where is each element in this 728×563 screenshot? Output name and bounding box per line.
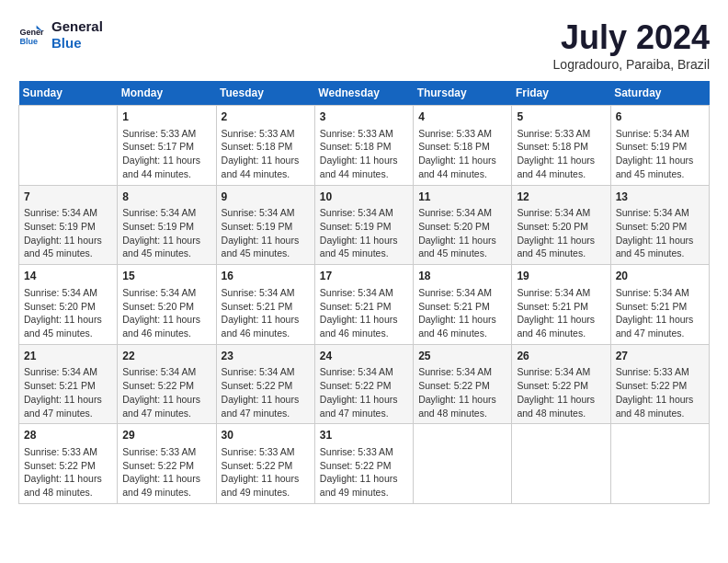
day-info: Sunrise: 5:34 AM Sunset: 5:21 PM Dayligh… xyxy=(320,286,408,340)
day-info: Sunrise: 5:33 AM Sunset: 5:22 PM Dayligh… xyxy=(616,365,704,419)
day-number: 9 xyxy=(222,190,310,205)
day-number: 29 xyxy=(122,428,210,443)
logo-line1: General xyxy=(51,18,103,35)
day-number: 7 xyxy=(24,190,112,205)
calendar-cell: 22Sunrise: 5:34 AM Sunset: 5:22 PM Dayli… xyxy=(118,344,216,424)
day-info: Sunrise: 5:34 AM Sunset: 5:19 PM Dayligh… xyxy=(24,206,112,260)
calendar-cell: 29Sunrise: 5:33 AM Sunset: 5:22 PM Dayli… xyxy=(118,424,216,504)
calendar-cell: 20Sunrise: 5:34 AM Sunset: 5:21 PM Dayli… xyxy=(610,265,709,345)
calendar-cell: 28Sunrise: 5:33 AM Sunset: 5:22 PM Dayli… xyxy=(19,424,118,504)
day-number: 27 xyxy=(616,349,704,364)
calendar-cell: 31Sunrise: 5:33 AM Sunset: 5:22 PM Dayli… xyxy=(314,424,413,504)
day-number: 6 xyxy=(616,109,704,125)
day-number: 11 xyxy=(418,190,506,205)
page-header: General Blue General Blue July 2024 Logr… xyxy=(18,18,710,72)
day-number: 2 xyxy=(222,109,310,125)
day-number: 5 xyxy=(517,109,605,125)
day-number: 30 xyxy=(222,428,310,443)
calendar-cell: 17Sunrise: 5:34 AM Sunset: 5:21 PM Dayli… xyxy=(314,265,413,345)
day-number: 24 xyxy=(320,349,408,364)
logo-icon: General Blue xyxy=(18,22,44,48)
calendar-cell: 15Sunrise: 5:34 AM Sunset: 5:20 PM Dayli… xyxy=(118,265,216,345)
day-info: Sunrise: 5:34 AM Sunset: 5:19 PM Dayligh… xyxy=(616,127,704,181)
header-thursday: Thursday xyxy=(414,81,512,106)
calendar-cell: 4Sunrise: 5:33 AM Sunset: 5:18 PM Daylig… xyxy=(414,106,512,186)
week-row-1: 1Sunrise: 5:33 AM Sunset: 5:17 PM Daylig… xyxy=(19,106,710,186)
logo: General Blue General Blue xyxy=(18,18,103,52)
day-number: 28 xyxy=(24,428,112,443)
calendar-cell xyxy=(512,424,610,504)
calendar-cell: 16Sunrise: 5:34 AM Sunset: 5:21 PM Dayli… xyxy=(216,265,314,345)
day-info: Sunrise: 5:34 AM Sunset: 5:22 PM Dayligh… xyxy=(320,365,408,419)
day-number: 12 xyxy=(517,190,605,205)
day-info: Sunrise: 5:34 AM Sunset: 5:19 PM Dayligh… xyxy=(222,206,310,260)
calendar-cell: 12Sunrise: 5:34 AM Sunset: 5:20 PM Dayli… xyxy=(512,185,610,265)
day-info: Sunrise: 5:34 AM Sunset: 5:20 PM Dayligh… xyxy=(418,206,506,260)
calendar-cell: 23Sunrise: 5:34 AM Sunset: 5:22 PM Dayli… xyxy=(216,344,314,424)
header-wednesday: Wednesday xyxy=(314,81,413,106)
calendar-cell: 10Sunrise: 5:34 AM Sunset: 5:19 PM Dayli… xyxy=(314,185,413,265)
calendar-header-row: SundayMondayTuesdayWednesdayThursdayFrid… xyxy=(19,81,710,106)
day-info: Sunrise: 5:33 AM Sunset: 5:18 PM Dayligh… xyxy=(517,127,605,181)
svg-text:General: General xyxy=(19,28,44,37)
calendar-cell: 8Sunrise: 5:34 AM Sunset: 5:19 PM Daylig… xyxy=(118,185,216,265)
day-info: Sunrise: 5:33 AM Sunset: 5:18 PM Dayligh… xyxy=(418,127,506,181)
header-friday: Friday xyxy=(512,81,610,106)
day-info: Sunrise: 5:33 AM Sunset: 5:22 PM Dayligh… xyxy=(222,445,310,500)
day-number: 26 xyxy=(517,349,605,364)
calendar-cell: 26Sunrise: 5:34 AM Sunset: 5:22 PM Dayli… xyxy=(512,344,610,424)
day-number: 19 xyxy=(517,269,605,284)
calendar-cell: 6Sunrise: 5:34 AM Sunset: 5:19 PM Daylig… xyxy=(610,106,709,186)
header-saturday: Saturday xyxy=(610,81,709,106)
day-number: 10 xyxy=(320,190,408,205)
calendar-cell: 11Sunrise: 5:34 AM Sunset: 5:20 PM Dayli… xyxy=(414,185,512,265)
calendar-cell: 30Sunrise: 5:33 AM Sunset: 5:22 PM Dayli… xyxy=(216,424,314,504)
calendar-table: SundayMondayTuesdayWednesdayThursdayFrid… xyxy=(18,81,710,504)
calendar-cell: 1Sunrise: 5:33 AM Sunset: 5:17 PM Daylig… xyxy=(118,106,216,186)
week-row-5: 28Sunrise: 5:33 AM Sunset: 5:22 PM Dayli… xyxy=(19,424,710,504)
svg-text:Blue: Blue xyxy=(19,37,38,46)
day-number: 21 xyxy=(24,349,112,364)
day-info: Sunrise: 5:34 AM Sunset: 5:20 PM Dayligh… xyxy=(122,286,210,340)
day-number: 25 xyxy=(418,349,506,364)
day-number: 8 xyxy=(122,190,210,205)
calendar-cell: 7Sunrise: 5:34 AM Sunset: 5:19 PM Daylig… xyxy=(19,185,118,265)
day-info: Sunrise: 5:34 AM Sunset: 5:21 PM Dayligh… xyxy=(418,286,506,340)
day-info: Sunrise: 5:33 AM Sunset: 5:22 PM Dayligh… xyxy=(24,445,112,500)
header-tuesday: Tuesday xyxy=(216,81,314,106)
calendar-cell xyxy=(19,106,118,186)
day-info: Sunrise: 5:34 AM Sunset: 5:20 PM Dayligh… xyxy=(24,286,112,340)
calendar-cell: 25Sunrise: 5:34 AM Sunset: 5:22 PM Dayli… xyxy=(414,344,512,424)
day-number: 17 xyxy=(320,269,408,284)
calendar-cell: 21Sunrise: 5:34 AM Sunset: 5:21 PM Dayli… xyxy=(19,344,118,424)
calendar-cell: 19Sunrise: 5:34 AM Sunset: 5:21 PM Dayli… xyxy=(512,265,610,345)
month-title: July 2024 xyxy=(553,18,710,57)
calendar-cell: 5Sunrise: 5:33 AM Sunset: 5:18 PM Daylig… xyxy=(512,106,610,186)
day-number: 4 xyxy=(418,109,506,125)
day-number: 16 xyxy=(222,269,310,284)
day-info: Sunrise: 5:34 AM Sunset: 5:21 PM Dayligh… xyxy=(517,286,605,340)
calendar-cell xyxy=(414,424,512,504)
day-info: Sunrise: 5:33 AM Sunset: 5:17 PM Dayligh… xyxy=(122,127,210,181)
calendar-cell: 24Sunrise: 5:34 AM Sunset: 5:22 PM Dayli… xyxy=(314,344,413,424)
day-info: Sunrise: 5:34 AM Sunset: 5:22 PM Dayligh… xyxy=(517,365,605,419)
day-info: Sunrise: 5:34 AM Sunset: 5:19 PM Dayligh… xyxy=(320,206,408,260)
day-number: 1 xyxy=(122,109,210,125)
title-block: July 2024 Logradouro, Paraiba, Brazil xyxy=(553,18,710,72)
day-info: Sunrise: 5:33 AM Sunset: 5:18 PM Dayligh… xyxy=(320,127,408,181)
day-info: Sunrise: 5:34 AM Sunset: 5:22 PM Dayligh… xyxy=(222,365,310,419)
week-row-4: 21Sunrise: 5:34 AM Sunset: 5:21 PM Dayli… xyxy=(19,344,710,424)
day-info: Sunrise: 5:33 AM Sunset: 5:22 PM Dayligh… xyxy=(320,445,408,500)
day-number: 20 xyxy=(616,269,704,284)
day-number: 22 xyxy=(122,349,210,364)
header-sunday: Sunday xyxy=(19,81,118,106)
day-info: Sunrise: 5:34 AM Sunset: 5:22 PM Dayligh… xyxy=(122,365,210,419)
day-info: Sunrise: 5:34 AM Sunset: 5:19 PM Dayligh… xyxy=(122,206,210,260)
day-number: 23 xyxy=(222,349,310,364)
calendar-cell: 14Sunrise: 5:34 AM Sunset: 5:20 PM Dayli… xyxy=(19,265,118,345)
day-info: Sunrise: 5:34 AM Sunset: 5:21 PM Dayligh… xyxy=(222,286,310,340)
header-monday: Monday xyxy=(118,81,216,106)
day-info: Sunrise: 5:34 AM Sunset: 5:21 PM Dayligh… xyxy=(616,286,704,340)
day-number: 14 xyxy=(24,269,112,284)
day-info: Sunrise: 5:34 AM Sunset: 5:20 PM Dayligh… xyxy=(616,206,704,260)
